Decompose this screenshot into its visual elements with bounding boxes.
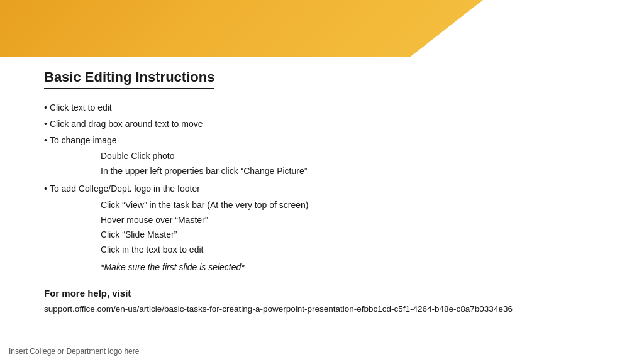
main-content: Basic Editing Instructions • Click text … (44, 69, 619, 331)
instruction-text-2: Click and drag box around text to move (50, 117, 203, 132)
list-item: Hover mouse over “Master” (101, 213, 619, 228)
instruction-sub-4-2: Hover mouse over “Master” (101, 215, 208, 225)
instructions-list: • Click text to edit • Click and drag bo… (44, 101, 619, 317)
instruction-text-1: Click text to edit (50, 101, 112, 116)
sub-items-image: Double Click photo In the upper left pro… (101, 149, 619, 179)
help-link: support.office.com/en-us/article/basic-t… (44, 302, 619, 317)
list-item: • Click text to edit (44, 101, 619, 116)
list-item: • To change image (44, 133, 619, 148)
header-triangle (451, 0, 644, 57)
list-item: In the upper left properties bar click “… (101, 164, 619, 179)
header-gold-bar (0, 0, 483, 57)
bullet-icon: • (44, 117, 47, 132)
footer-text: Insert College or Department logo here (9, 347, 139, 356)
instruction-sub-4-3: Click “Slide Master” (101, 229, 177, 239)
list-item: • To add College/Dept. logo in the foote… (44, 182, 619, 197)
instruction-sub-3-2: In the upper left properties bar click “… (101, 166, 307, 176)
list-item: Click in the text box to edit (101, 243, 619, 258)
header-decoration (0, 0, 644, 57)
help-section: For more help, visit support.office.com/… (44, 285, 619, 317)
help-label: For more help, visit (44, 285, 619, 302)
instruction-sub-4-1: Click “View” in the task bar (At the ver… (101, 200, 308, 210)
instruction-sub-3-1: Double Click photo (101, 151, 175, 161)
instruction-sub-4-4: Click in the text box to edit (101, 244, 203, 255)
bullet-icon: • (44, 182, 47, 197)
page-title: Basic Editing Instructions (44, 69, 214, 89)
italic-note: *Make sure the first slide is selected* (101, 260, 619, 275)
list-item: Click “Slide Master” (101, 228, 619, 243)
sub-items-logo: Click “View” in the task bar (At the ver… (101, 198, 619, 258)
instruction-text-3: To change image (50, 133, 117, 148)
bullet-icon: • (44, 101, 47, 116)
bullet-icon: • (44, 133, 47, 148)
list-item: Double Click photo (101, 149, 619, 164)
list-item: • Click and drag box around text to move (44, 117, 619, 132)
list-item: Click “View” in the task bar (At the ver… (101, 198, 619, 213)
instruction-text-4: To add College/Dept. logo in the footer (50, 182, 200, 197)
